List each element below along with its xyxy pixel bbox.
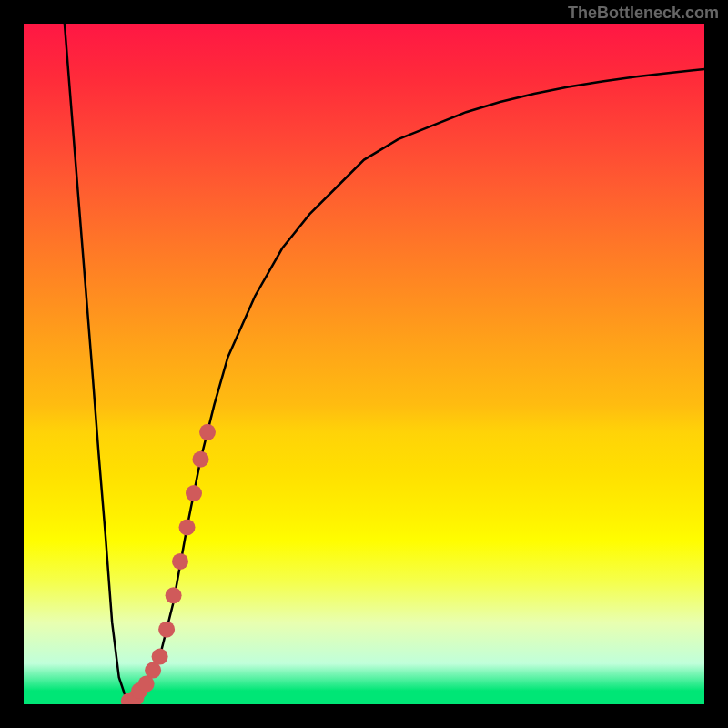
bottleneck-curve-path xyxy=(65,24,704,704)
watermark-text: TheBottleneck.com xyxy=(568,4,719,23)
highlight-dot xyxy=(166,587,182,603)
highlight-dot xyxy=(179,520,196,536)
highlight-dot xyxy=(193,451,209,468)
chart-container: TheBottleneck.com xyxy=(0,0,728,728)
highlight-dot xyxy=(172,553,188,570)
highlight-dot xyxy=(199,424,216,440)
curve-svg xyxy=(24,24,704,704)
plot-area xyxy=(24,24,704,704)
highlight-dot xyxy=(158,622,175,638)
highlight-segment xyxy=(121,424,216,704)
highlight-dot xyxy=(152,649,168,665)
highlight-dot xyxy=(186,485,202,501)
